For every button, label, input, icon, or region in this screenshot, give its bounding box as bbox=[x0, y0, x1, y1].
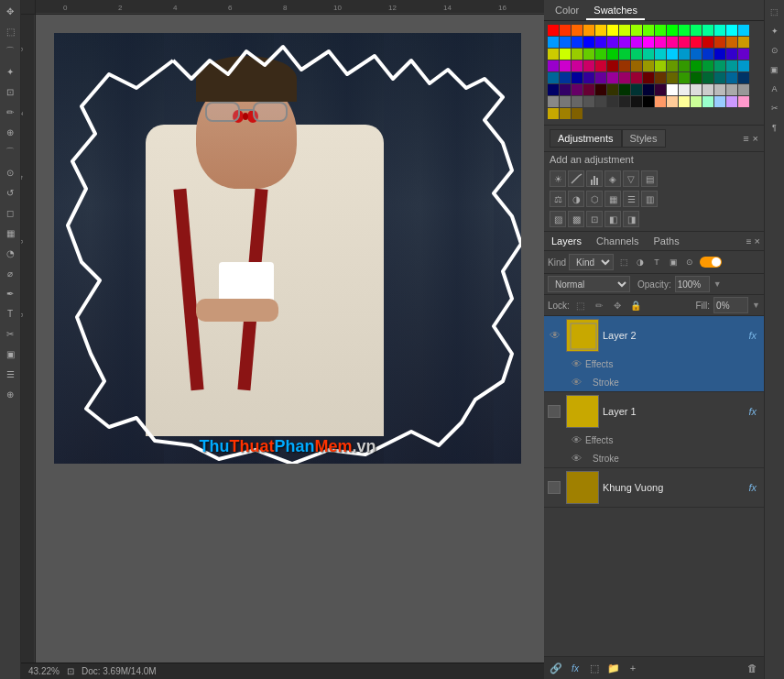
swatch-item[interactable] bbox=[738, 49, 749, 60]
swatch-item[interactable] bbox=[679, 37, 690, 48]
tool-eyedropper[interactable]: ✏ bbox=[1, 103, 19, 121]
swatch-item[interactable] bbox=[583, 37, 594, 48]
swatch-item[interactable] bbox=[595, 25, 606, 36]
swatch-item[interactable] bbox=[738, 96, 749, 107]
swatch-item[interactable] bbox=[655, 37, 666, 48]
tool-eraser[interactable]: ◻ bbox=[1, 203, 19, 222]
swatch-item[interactable] bbox=[691, 60, 702, 71]
swatch-item[interactable] bbox=[560, 108, 571, 119]
blend-mode-select[interactable]: Normal Multiply Screen Overlay bbox=[548, 276, 630, 292]
swatch-item[interactable] bbox=[643, 25, 654, 36]
swatch-item[interactable] bbox=[607, 25, 618, 36]
layer2-eye-stroke[interactable]: 👁 bbox=[572, 377, 582, 388]
panel-icon-1[interactable]: ⬚ bbox=[767, 4, 783, 20]
swatch-item[interactable] bbox=[655, 96, 666, 107]
swatch-item[interactable] bbox=[655, 60, 666, 71]
swatch-item[interactable] bbox=[643, 49, 654, 60]
tab-styles[interactable]: Styles bbox=[622, 129, 666, 148]
opacity-arrow[interactable]: ▼ bbox=[713, 279, 722, 289]
swatch-item[interactable] bbox=[726, 60, 737, 71]
swatch-item[interactable] bbox=[655, 72, 666, 83]
swatch-item[interactable] bbox=[679, 84, 690, 95]
swatch-item[interactable] bbox=[607, 37, 618, 48]
swatch-item[interactable] bbox=[619, 84, 630, 95]
swatch-item[interactable] bbox=[714, 72, 725, 83]
lock-position[interactable]: ✥ bbox=[610, 298, 625, 312]
swatch-item[interactable] bbox=[548, 84, 559, 95]
swatch-item[interactable] bbox=[619, 72, 630, 83]
tool-history[interactable]: ↺ bbox=[1, 183, 19, 202]
swatch-item[interactable] bbox=[548, 37, 559, 48]
adj-bw[interactable]: ◑ bbox=[568, 191, 584, 207]
tool-zoom[interactable]: ⊕ bbox=[1, 385, 19, 403]
swatch-item[interactable] bbox=[619, 25, 630, 36]
swatch-item[interactable] bbox=[738, 84, 749, 95]
panel-icon-6[interactable]: ✂ bbox=[767, 100, 783, 116]
swatch-item[interactable] bbox=[714, 25, 725, 36]
swatch-item[interactable] bbox=[548, 108, 559, 119]
adj-posterize[interactable]: ▨ bbox=[550, 211, 566, 227]
swatch-item[interactable] bbox=[643, 37, 654, 48]
filter-pixel[interactable]: ⬚ bbox=[616, 255, 631, 269]
filter-toggle[interactable] bbox=[700, 257, 722, 268]
swatch-item[interactable] bbox=[595, 84, 606, 95]
swatch-item[interactable] bbox=[679, 49, 690, 60]
swatch-item[interactable] bbox=[643, 72, 654, 83]
swatch-item[interactable] bbox=[738, 25, 749, 36]
adj-curves[interactable] bbox=[568, 170, 584, 187]
swatch-item[interactable] bbox=[631, 72, 642, 83]
swatch-item[interactable] bbox=[572, 96, 583, 107]
swatch-item[interactable] bbox=[726, 25, 737, 36]
swatch-item[interactable] bbox=[655, 25, 666, 36]
lb-group[interactable]: 📁 bbox=[605, 660, 622, 676]
swatch-item[interactable] bbox=[607, 84, 618, 95]
lb-delete[interactable]: 🗑 bbox=[744, 660, 760, 676]
tool-clone[interactable]: ⊙ bbox=[1, 163, 19, 181]
swatch-item[interactable] bbox=[631, 96, 642, 107]
swatch-item[interactable] bbox=[548, 49, 559, 60]
swatch-item[interactable] bbox=[702, 72, 713, 83]
swatch-item[interactable] bbox=[631, 49, 642, 60]
swatch-item[interactable] bbox=[691, 25, 702, 36]
filter-shape[interactable]: ▣ bbox=[666, 255, 681, 269]
swatch-item[interactable] bbox=[738, 72, 749, 83]
opacity-input[interactable] bbox=[675, 276, 710, 292]
tool-blur[interactable]: ◔ bbox=[1, 244, 19, 262]
tool-text[interactable]: T bbox=[1, 304, 19, 323]
swatch-item[interactable] bbox=[548, 72, 559, 83]
swatch-item[interactable] bbox=[619, 49, 630, 60]
adj-colorlookup[interactable]: ☰ bbox=[623, 191, 639, 207]
swatch-item[interactable] bbox=[560, 37, 571, 48]
adj-hsl[interactable]: ▤ bbox=[641, 170, 658, 187]
tab-color[interactable]: Color bbox=[548, 2, 586, 20]
layer-item-layer1[interactable]: Layer 1 fx 👁 Effects 👁 Stroke bbox=[544, 392, 764, 468]
tool-heal[interactable]: ⊕ bbox=[1, 123, 19, 141]
swatch-item[interactable] bbox=[607, 72, 618, 83]
tab-channels[interactable]: Channels bbox=[589, 232, 646, 250]
swatch-item[interactable] bbox=[667, 72, 678, 83]
tool-brush[interactable]: ⌒ bbox=[1, 143, 19, 161]
swatch-item[interactable] bbox=[679, 60, 690, 71]
adj-channelmixer[interactable]: ▦ bbox=[604, 191, 621, 207]
panel-icon-3[interactable]: ⊙ bbox=[767, 42, 783, 59]
swatch-item[interactable] bbox=[691, 72, 702, 83]
swatch-item[interactable] bbox=[572, 25, 583, 36]
swatch-item[interactable] bbox=[643, 84, 654, 95]
swatch-item[interactable] bbox=[726, 37, 737, 48]
panel-icon-5[interactable]: A bbox=[767, 81, 783, 97]
adj-colorbalance[interactable]: ⚖ bbox=[550, 191, 566, 207]
swatch-item[interactable] bbox=[643, 60, 654, 71]
adj-photofilter[interactable]: ⬡ bbox=[586, 191, 603, 207]
swatch-item[interactable] bbox=[583, 96, 594, 107]
adj-levels[interactable] bbox=[586, 170, 603, 187]
tool-move[interactable]: ✥ bbox=[1, 2, 19, 20]
tool-shape[interactable]: ▣ bbox=[1, 345, 19, 363]
swatch-item[interactable] bbox=[702, 84, 713, 95]
swatch-item[interactable] bbox=[714, 37, 725, 48]
tool-crop[interactable]: ⊡ bbox=[1, 82, 19, 101]
swatch-item[interactable] bbox=[572, 108, 583, 119]
swatch-item[interactable] bbox=[548, 25, 559, 36]
adj-solidcolor[interactable]: ◨ bbox=[623, 211, 639, 227]
swatch-item[interactable] bbox=[560, 49, 571, 60]
swatch-item[interactable] bbox=[560, 25, 571, 36]
